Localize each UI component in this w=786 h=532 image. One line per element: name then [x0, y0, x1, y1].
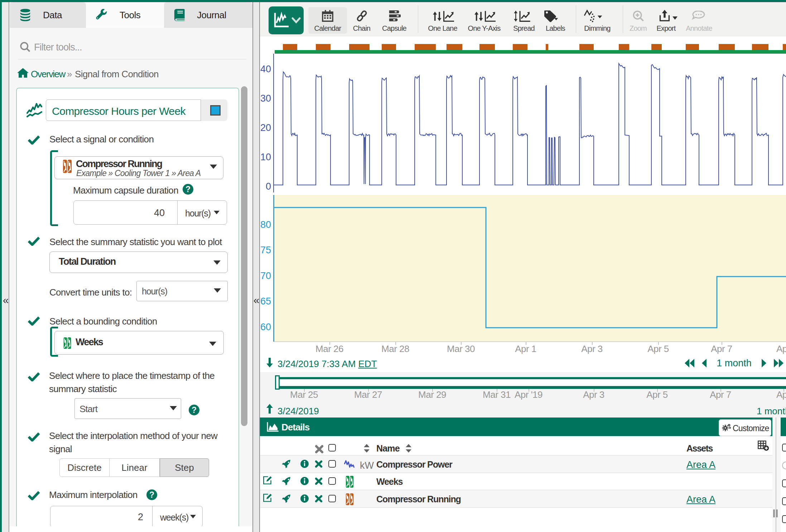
svg-text:1 month: 1 month — [717, 358, 752, 369]
